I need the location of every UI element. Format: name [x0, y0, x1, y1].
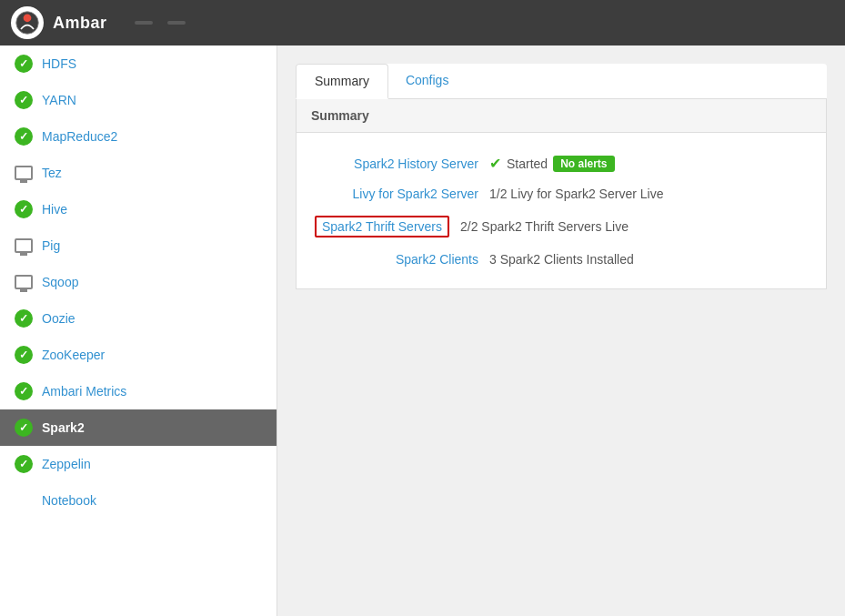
sidebar-item-zookeeper[interactable]: ✓ZooKeeper: [0, 337, 277, 373]
service-status-spark2-clients: 3 Spark2 Clients Installed: [489, 252, 634, 267]
main-layout: ✓HDFS✓YARN✓MapReduce2Tez✓HivePigSqoop✓Oo…: [0, 45, 845, 616]
sidebar: ✓HDFS✓YARN✓MapReduce2Tez✓HivePigSqoop✓Oo…: [0, 45, 277, 616]
sidebar-item-pig[interactable]: Pig: [0, 227, 277, 264]
status-check-icon: ✔: [489, 155, 501, 172]
tabs-bar: Summary Configs: [296, 64, 827, 99]
service-status-livy-spark2-server: 1/2 Livy for Spark2 Server Live: [489, 187, 663, 201]
tab-configs[interactable]: Configs: [387, 64, 467, 98]
sidebar-item-label: Ambari Metrics: [42, 384, 126, 399]
summary-row-livy-spark2-server: Livy for Spark2 Server1/2 Livy for Spark…: [315, 179, 808, 208]
sidebar-item-mapreduce2[interactable]: ✓MapReduce2: [0, 118, 277, 155]
service-link-spark2-thrift-servers[interactable]: Spark2 Thrift Servers: [322, 219, 442, 234]
sidebar-item-zeppelin[interactable]: ✓Zeppelin: [0, 446, 277, 482]
sidebar-item-notebook[interactable]: Notebook: [0, 482, 277, 519]
no-icon: [15, 491, 33, 510]
sidebar-item-label: Hive: [42, 202, 67, 217]
app-name: Ambar: [53, 14, 107, 33]
sidebar-item-label: Zeppelin: [42, 457, 91, 471]
check-icon: ✓: [15, 91, 33, 109]
sidebar-item-label: Pig: [42, 238, 60, 253]
sidebar-item-label: MapReduce2: [42, 129, 117, 144]
sidebar-item-label: Oozie: [42, 311, 75, 326]
no-alerts-badge: No alerts: [553, 156, 614, 172]
sidebar-item-label: ZooKeeper: [42, 348, 105, 362]
sidebar-item-sqoop[interactable]: Sqoop: [0, 264, 277, 300]
check-icon: ✓: [15, 346, 33, 364]
alerts-badge: [167, 21, 186, 25]
service-status-spark2-history-server: ✔StartedNo alerts: [489, 155, 615, 172]
sidebar-item-label: Sqoop: [42, 275, 78, 289]
check-icon: ✓: [15, 455, 33, 473]
sidebar-item-yarn[interactable]: ✓YARN: [0, 82, 277, 118]
sidebar-item-label: YARN: [42, 93, 76, 107]
ops-badge: [135, 21, 153, 25]
sidebar-item-hdfs[interactable]: ✓HDFS: [0, 45, 277, 82]
monitor-icon: [15, 237, 33, 255]
summary-row-spark2-thrift-servers: Spark2 Thrift Servers2/2 Spark2 Thrift S…: [315, 208, 808, 245]
sidebar-item-ambari-metrics[interactable]: ✓Ambari Metrics: [0, 373, 277, 409]
summary-row-spark2-history-server: Spark2 History Server✔StartedNo alerts: [315, 147, 808, 179]
check-icon: ✓: [15, 127, 33, 146]
service-link-spark2-clients[interactable]: Spark2 Clients: [315, 252, 478, 267]
sidebar-item-label: Spark2: [42, 420, 85, 435]
card-body: Spark2 History Server✔StartedNo alertsLi…: [297, 133, 826, 288]
sidebar-item-label: Notebook: [42, 493, 96, 508]
svg-point-1: [24, 14, 32, 22]
highlighted-link-spark2-thrift-servers: Spark2 Thrift Servers: [315, 216, 449, 237]
sidebar-item-label: HDFS: [42, 56, 76, 71]
check-icon: ✓: [15, 382, 33, 400]
app-logo: [11, 6, 44, 39]
monitor-icon: [15, 273, 33, 291]
sidebar-item-label: Tez: [42, 166, 62, 180]
summary-row-spark2-clients: Spark2 Clients3 Spark2 Clients Installed: [315, 245, 808, 274]
tab-summary[interactable]: Summary: [296, 64, 388, 99]
sidebar-item-tez[interactable]: Tez: [0, 155, 277, 191]
extra-status-text: 2/2 Spark2 Thrift Servers Live: [460, 219, 629, 234]
check-icon: ✓: [15, 309, 33, 328]
sidebar-item-oozie[interactable]: ✓Oozie: [0, 300, 277, 337]
check-icon: ✓: [15, 55, 33, 73]
main-content: Summary Configs Summary Spark2 History S…: [277, 45, 845, 616]
service-link-spark2-history-server[interactable]: Spark2 History Server: [315, 157, 478, 171]
status-text: Started: [507, 157, 548, 171]
extra-status-text: 3 Spark2 Clients Installed: [489, 252, 634, 267]
monitor-icon: [15, 164, 33, 182]
sidebar-item-spark2[interactable]: ✓Spark2: [0, 409, 277, 446]
check-icon: ✓: [15, 200, 33, 218]
content-card: Summary Spark2 History Server✔StartedNo …: [296, 99, 827, 289]
service-status-spark2-thrift-servers: 2/2 Spark2 Thrift Servers Live: [460, 219, 629, 234]
extra-status-text: 1/2 Livy for Spark2 Server Live: [489, 187, 663, 201]
check-icon: ✓: [15, 419, 33, 437]
card-header: Summary: [297, 99, 826, 133]
sidebar-item-hive[interactable]: ✓Hive: [0, 191, 277, 227]
header: Ambar: [0, 0, 845, 45]
service-link-livy-spark2-server[interactable]: Livy for Spark2 Server: [315, 187, 478, 201]
